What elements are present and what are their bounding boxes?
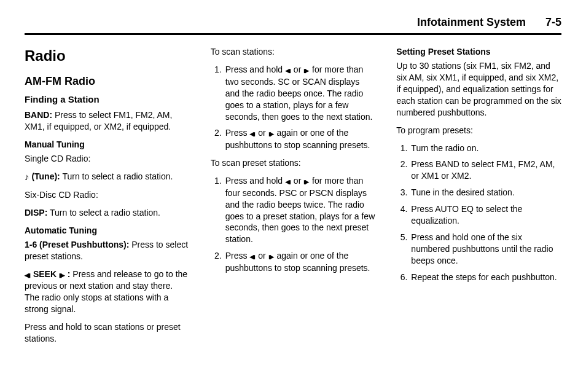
text: Press [225,251,250,261]
text: or [291,176,303,186]
scan-step-1: Press and hold or for more than two seco… [224,64,376,122]
topic-title: Finding a Station [25,93,190,106]
band-paragraph: BAND: Press to select FM1, FM2, AM, XM1,… [25,109,190,133]
next-icon [268,251,275,262]
automatic-tuning-heading: Automatic Tuning [25,225,190,237]
column-1: Radio AM-FM Radio Finding a Station BAND… [25,46,190,351]
preset-scan-step-2: Press or again or one of the pushbuttons… [224,250,376,274]
hold-text: Press and hold to scan stations or prese… [25,321,190,345]
program-steps-heading: To program presets: [396,125,561,136]
manual-tuning-heading: Manual Tuning [25,139,190,151]
next-icon [303,176,310,187]
page-header: Infotainment System 7-5 [25,15,561,35]
seek-prev-icon [25,269,31,281]
program-step-5: Press and hold one of the six numbered p… [410,232,561,267]
scan-step-2: Press or again or one of the pushbuttons… [224,127,376,151]
text: or [291,65,303,74]
text: Press [225,128,250,138]
subsection-title: AM-FM Radio [25,74,190,88]
seek-label-wrap: SEEK : [25,269,70,279]
text: or [256,128,268,138]
seek-next-icon [59,269,65,281]
text: Press and hold [225,65,285,74]
prev-icon [285,65,291,76]
preset-scan-step-1: Press and hold or for more than four sec… [224,175,376,245]
scan-intro: To scan stations: [211,46,376,58]
next-icon [303,65,310,76]
prev-icon [285,176,291,187]
disp-text: Turn to select a radio station. [47,208,160,218]
header-title: Infotainment System [417,15,526,29]
disp-paragraph: DISP: Turn to select a radio station. [25,207,190,219]
prev-icon [249,251,256,262]
program-step-1: Turn the radio on. [410,143,561,154]
prev-icon [249,128,256,139]
single-cd-text: Single CD Radio: [25,153,190,165]
tune-label: (Tune): [29,171,60,181]
program-step-4: Press AUTO EQ to select the equalization… [410,203,561,227]
text: or [256,251,268,261]
next-icon [268,128,275,139]
text: Press and hold [225,176,285,186]
preset-scan-steps: Press and hold or for more than four sec… [211,175,376,274]
preset-stations-heading: Setting Preset Stations [396,46,561,58]
preset-label: 1-6 (Preset Pushbuttons): [25,240,129,249]
disp-label: DISP: [25,208,47,218]
program-step-2: Press BAND to select FM1, FM2, AM, or XM… [410,159,561,182]
scan-steps: Press and hold or for more than two seco… [211,64,376,151]
column-2: To scan stations: Press and hold or for … [211,46,376,351]
preset-paragraph: 1-6 (Preset Pushbuttons): Press to selec… [25,239,190,262]
header-page-number: 7-5 [545,15,561,29]
preset-intro-text: Up to 30 stations (six FM1, six FM2, and… [396,60,561,118]
section-title: Radio [25,46,190,66]
preset-scan-intro: To scan preset stations: [211,157,376,169]
music-note-icon [25,171,29,183]
text: for more than four seconds. PSC or PSCN … [225,176,375,244]
program-steps: Turn the radio on. Press BAND to select … [396,143,561,283]
content-columns: Radio AM-FM Radio Finding a Station BAND… [25,46,561,351]
program-step-3: Tune in the desired station. [410,187,561,198]
tune-paragraph: (Tune): Turn to select a radio station. [25,171,190,183]
column-3: Setting Preset Stations Up to 30 station… [396,46,561,351]
six-disc-text: Six-Disc CD Radio: [25,189,190,201]
program-step-6: Repeat the steps for each pushbutton. [410,272,561,283]
seek-label: SEEK [31,269,59,279]
tune-text: Turn to select a radio station. [60,171,173,181]
seek-paragraph: SEEK : Press and release to go to the pr… [25,269,190,315]
band-label: BAND: [25,110,52,120]
